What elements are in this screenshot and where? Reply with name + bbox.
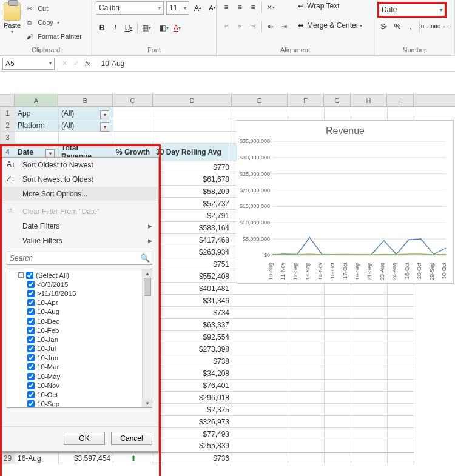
borders-button[interactable]: ▦▾ (140, 22, 152, 34)
cell[interactable] (288, 416, 325, 428)
filter-checkbox[interactable] (27, 308, 35, 315)
font-size-select[interactable]: 11 ▾ (166, 1, 189, 15)
cell[interactable]: $31,346 (153, 295, 232, 307)
cell[interactable]: $2,375 (153, 404, 232, 416)
cell[interactable] (351, 319, 388, 331)
filter-tree-item[interactable]: 10-Aug (7, 307, 142, 317)
cell[interactable] (232, 428, 288, 440)
cell[interactable] (232, 307, 288, 319)
scroll-up-icon[interactable]: ▲ (143, 269, 152, 278)
wrap-text-button[interactable]: ↩ Wrap Text (296, 1, 362, 11)
filter-tree-item[interactable]: 10-Dec (7, 317, 142, 326)
cell[interactable] (325, 416, 351, 428)
cell[interactable] (288, 355, 325, 367)
cell[interactable] (288, 295, 325, 307)
cell[interactable] (388, 416, 414, 428)
cell[interactable]: $770 (153, 161, 232, 173)
filter-checkbox[interactable] (27, 354, 35, 361)
col-header-h[interactable]: H (351, 95, 387, 106)
col-header-f[interactable]: F (288, 95, 324, 106)
cell[interactable] (388, 404, 414, 416)
align-left-button[interactable]: ≡ (220, 21, 232, 33)
decrease-indent-button[interactable]: ⇤ (265, 21, 277, 33)
cell[interactable] (288, 331, 325, 343)
cell[interactable] (15, 132, 59, 144)
cell[interactable]: $52,737 (153, 198, 232, 210)
filter-tree-item[interactable]: 10-Jul (7, 344, 142, 354)
align-bottom-button[interactable]: ≡ (247, 1, 259, 13)
cell[interactable]: ⬆ (113, 452, 153, 464)
font-color-button[interactable]: A▾ (171, 22, 183, 34)
cell[interactable] (325, 107, 351, 119)
cell[interactable] (232, 416, 288, 428)
font-name-select[interactable]: Calibri ▾ (96, 1, 164, 15)
chevron-down-icon[interactable]: ▾ (57, 20, 59, 25)
cell[interactable] (288, 452, 325, 464)
col-header-e[interactable]: E (232, 95, 288, 106)
cell[interactable] (325, 283, 351, 295)
row-header[interactable]: 29 (1, 452, 15, 464)
cell[interactable] (388, 307, 414, 319)
align-middle-button[interactable]: ≡ (234, 1, 246, 13)
paste-button[interactable]: Paste ▾ (4, 1, 22, 35)
filter-tree-item[interactable]: 10-Mar (7, 363, 142, 372)
cell[interactable] (388, 319, 414, 331)
cell[interactable] (232, 283, 288, 295)
cell[interactable] (113, 107, 153, 119)
cell[interactable]: $61,678 (153, 173, 232, 186)
cell[interactable] (388, 380, 414, 392)
cell[interactable] (388, 283, 414, 295)
cell[interactable] (351, 107, 388, 119)
cell[interactable] (351, 295, 388, 307)
cell[interactable]: 16-Aug (15, 452, 59, 464)
filter-checkbox[interactable] (27, 327, 35, 334)
align-center-button[interactable]: ≡ (234, 21, 246, 33)
cell[interactable] (351, 283, 388, 295)
cell[interactable] (388, 392, 414, 404)
cell[interactable] (325, 392, 351, 404)
accounting-format-button[interactable]: $▾ (378, 21, 390, 33)
cell[interactable] (113, 119, 153, 132)
underline-button[interactable]: U▾ (123, 22, 135, 34)
cell[interactable] (232, 380, 288, 392)
cell[interactable] (288, 343, 325, 355)
cell[interactable] (113, 132, 153, 144)
bold-button[interactable]: B (96, 22, 108, 34)
cell[interactable]: $417,468 (153, 234, 232, 246)
cell[interactable] (232, 343, 288, 355)
cell[interactable] (232, 295, 288, 307)
cell[interactable]: Platform (15, 119, 59, 132)
cell[interactable] (351, 428, 388, 440)
cell[interactable] (325, 404, 351, 416)
cell[interactable]: $401,481 (153, 283, 232, 295)
cell[interactable] (232, 404, 288, 416)
cell[interactable] (351, 343, 388, 355)
col-header-b[interactable]: B (58, 95, 113, 106)
merge-center-button[interactable]: ⬌ Merge & Center ▾ (296, 21, 362, 30)
select-all-corner[interactable] (0, 95, 15, 106)
cell[interactable] (325, 440, 351, 452)
cell[interactable]: 30 Day Rolling Avg (153, 144, 232, 161)
col-header-g[interactable]: G (324, 95, 351, 106)
fx-icon[interactable]: fx (85, 60, 90, 67)
sort-newest-oldest[interactable]: Z↓ Sort Newest to Oldest (1, 172, 158, 187)
cell[interactable] (232, 392, 288, 404)
align-top-button[interactable]: ≡ (220, 1, 232, 13)
cell[interactable] (325, 428, 351, 440)
cell[interactable] (232, 355, 288, 367)
filter-checkbox[interactable] (27, 400, 35, 407)
row-header[interactable]: 1 (1, 107, 15, 119)
cell[interactable] (288, 380, 325, 392)
cell[interactable]: $3,597,454 (59, 452, 113, 464)
filter-tree-item[interactable]: 10-May (7, 372, 142, 381)
cell[interactable] (325, 355, 351, 367)
enter-formula-icon[interactable]: ✓ (73, 59, 79, 67)
cell[interactable]: $92,554 (153, 331, 232, 343)
cell[interactable]: $326,973 (153, 416, 232, 428)
cell[interactable] (388, 440, 414, 452)
cell[interactable] (288, 428, 325, 440)
more-sort-options[interactable]: More Sort Options... (1, 187, 158, 201)
filter-checkbox[interactable] (27, 373, 35, 380)
cell[interactable] (351, 307, 388, 319)
cell[interactable] (351, 331, 388, 343)
